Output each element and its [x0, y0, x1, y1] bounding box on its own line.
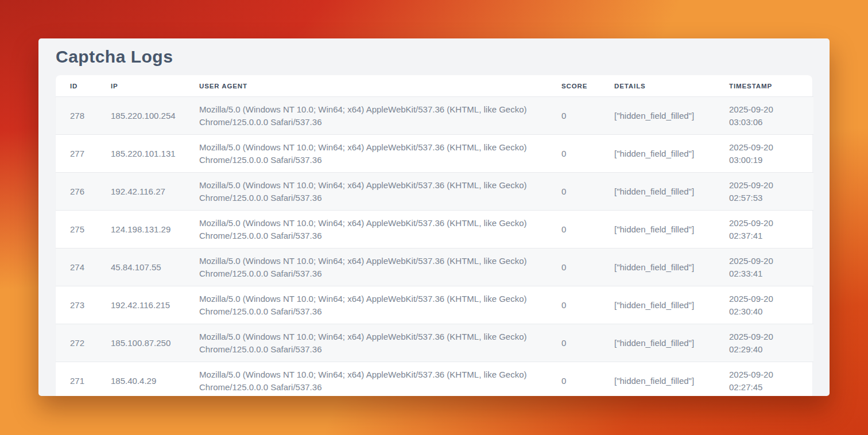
cell-timestamp: 2025-09-20 03:03:06 [729, 97, 813, 135]
cell-timestamp: 2025-09-20 02:27:45 [729, 362, 813, 397]
cell-details: ["hidden_field_filled"] [614, 248, 729, 286]
cell-timestamp: 2025-09-20 03:00:19 [729, 135, 813, 173]
table-header: ID IP USER AGENT SCORE DETAILS TIMESTAMP [56, 75, 813, 97]
cell-score: 0 [561, 324, 614, 362]
cell-score: 0 [561, 362, 614, 397]
cell-ip: 45.84.107.55 [111, 248, 199, 286]
cell-score: 0 [561, 248, 614, 286]
logs-table-container: ID IP USER AGENT SCORE DETAILS TIMESTAMP… [56, 75, 812, 396]
cell-id: 275 [56, 211, 111, 248]
cell-id: 276 [56, 173, 111, 211]
cell-details: ["hidden_field_filled"] [614, 362, 729, 397]
cell-score: 0 [561, 135, 614, 173]
cell-details: ["hidden_field_filled"] [614, 286, 729, 324]
cell-timestamp: 2025-09-20 02:37:41 [729, 211, 813, 248]
column-header-user-agent: USER AGENT [199, 75, 561, 97]
cell-score: 0 [561, 286, 614, 324]
table-row: 272 185.100.87.250 Mozilla/5.0 (Windows … [56, 324, 813, 362]
captcha-logs-card: Captcha Logs ID IP USER AGENT SCORE DETA… [38, 38, 830, 396]
column-header-score: SCORE [561, 75, 614, 97]
cell-details: ["hidden_field_filled"] [614, 135, 729, 173]
cell-timestamp: 2025-09-20 02:30:40 [729, 286, 813, 324]
cell-timestamp: 2025-09-20 02:29:40 [729, 324, 813, 362]
cell-user-agent: Mozilla/5.0 (Windows NT 10.0; Win64; x64… [199, 135, 561, 173]
cell-ip: 192.42.116.27 [111, 173, 199, 211]
table-row: 271 185.40.4.29 Mozilla/5.0 (Windows NT … [56, 362, 813, 397]
cell-timestamp: 2025-09-20 02:33:41 [729, 248, 813, 286]
cell-user-agent: Mozilla/5.0 (Windows NT 10.0; Win64; x64… [199, 362, 561, 397]
cell-ip: 185.40.4.29 [111, 362, 199, 397]
page-title: Captcha Logs [56, 46, 812, 67]
cell-id: 272 [56, 324, 111, 362]
cell-user-agent: Mozilla/5.0 (Windows NT 10.0; Win64; x64… [199, 97, 561, 135]
cell-details: ["hidden_field_filled"] [614, 173, 729, 211]
column-header-id: ID [56, 75, 111, 97]
column-header-timestamp: TIMESTAMP [729, 75, 813, 97]
cell-user-agent: Mozilla/5.0 (Windows NT 10.0; Win64; x64… [199, 286, 561, 324]
table-row: 276 192.42.116.27 Mozilla/5.0 (Windows N… [56, 173, 813, 211]
table-header-row: ID IP USER AGENT SCORE DETAILS TIMESTAMP [56, 75, 813, 97]
column-header-details: DETAILS [614, 75, 729, 97]
cell-id: 274 [56, 248, 111, 286]
table-row: 273 192.42.116.215 Mozilla/5.0 (Windows … [56, 286, 813, 324]
cell-user-agent: Mozilla/5.0 (Windows NT 10.0; Win64; x64… [199, 211, 561, 248]
table-row: 274 45.84.107.55 Mozilla/5.0 (Windows NT… [56, 248, 813, 286]
cell-details: ["hidden_field_filled"] [614, 324, 729, 362]
cell-id: 271 [56, 362, 111, 397]
column-header-ip: IP [111, 75, 199, 97]
cell-id: 278 [56, 97, 111, 135]
cell-details: ["hidden_field_filled"] [614, 97, 729, 135]
cell-user-agent: Mozilla/5.0 (Windows NT 10.0; Win64; x64… [199, 173, 561, 211]
cell-score: 0 [561, 97, 614, 135]
cell-details: ["hidden_field_filled"] [614, 211, 729, 248]
cell-user-agent: Mozilla/5.0 (Windows NT 10.0; Win64; x64… [199, 248, 561, 286]
logs-table: ID IP USER AGENT SCORE DETAILS TIMESTAMP… [56, 75, 813, 396]
cell-ip: 192.42.116.215 [111, 286, 199, 324]
cell-id: 277 [56, 135, 111, 173]
cell-user-agent: Mozilla/5.0 (Windows NT 10.0; Win64; x64… [199, 324, 561, 362]
table-row: 275 124.198.131.29 Mozilla/5.0 (Windows … [56, 211, 813, 248]
cell-ip: 124.198.131.29 [111, 211, 199, 248]
table-body: 278 185.220.100.254 Mozilla/5.0 (Windows… [56, 97, 813, 397]
cell-id: 273 [56, 286, 111, 324]
cell-ip: 185.220.100.254 [111, 97, 199, 135]
cell-score: 0 [561, 211, 614, 248]
cell-timestamp: 2025-09-20 02:57:53 [729, 173, 813, 211]
cell-ip: 185.100.87.250 [111, 324, 199, 362]
cell-ip: 185.220.101.131 [111, 135, 199, 173]
table-row: 277 185.220.101.131 Mozilla/5.0 (Windows… [56, 135, 813, 173]
cell-score: 0 [561, 173, 614, 211]
table-row: 278 185.220.100.254 Mozilla/5.0 (Windows… [56, 97, 813, 135]
